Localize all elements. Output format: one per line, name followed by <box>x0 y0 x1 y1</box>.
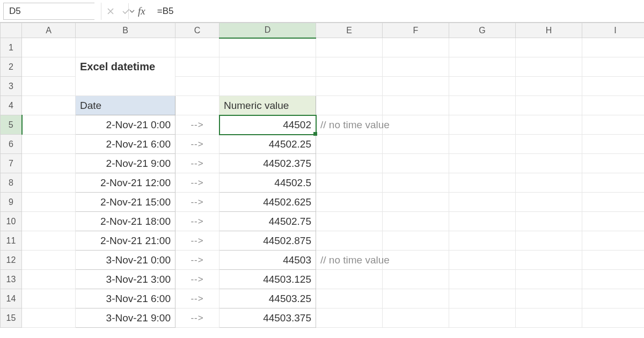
cell-A5[interactable] <box>22 115 76 135</box>
cell-I13[interactable] <box>582 270 645 289</box>
cell-C4[interactable] <box>175 96 219 115</box>
cell-I1[interactable] <box>582 38 645 57</box>
cell-H11[interactable] <box>516 231 582 251</box>
cell-H7[interactable] <box>516 154 582 173</box>
cell-G8[interactable] <box>449 173 516 193</box>
cell-D7[interactable]: 44502.375 <box>219 154 316 173</box>
cell-A13[interactable] <box>22 270 76 289</box>
cell-H2[interactable] <box>516 57 582 77</box>
cell-B8[interactable]: 2-Nov-21 12:00 <box>76 173 175 193</box>
insert-function-button[interactable]: fx <box>138 5 145 17</box>
cell-A9[interactable] <box>22 193 76 212</box>
cell-C3[interactable] <box>175 77 219 96</box>
cell-B13[interactable]: 3-Nov-21 3:00 <box>76 270 175 289</box>
cell-C8[interactable]: --> <box>175 173 219 193</box>
cell-E6[interactable] <box>316 135 383 154</box>
cell-A4[interactable] <box>22 96 76 115</box>
col-header-G[interactable]: G <box>449 23 516 38</box>
cell-D11[interactable]: 44502.875 <box>219 231 316 251</box>
cell-A11[interactable] <box>22 231 76 251</box>
cell-D3[interactable] <box>219 77 316 96</box>
row-header-11[interactable]: 11 <box>1 231 22 251</box>
cell-F11[interactable] <box>383 231 449 251</box>
row-header-14[interactable]: 14 <box>1 289 22 308</box>
cell-I6[interactable] <box>582 135 645 154</box>
cell-F6[interactable] <box>383 135 449 154</box>
cell-F9[interactable] <box>383 193 449 212</box>
cell-D1[interactable] <box>219 38 316 57</box>
row-header-9[interactable]: 9 <box>1 193 22 212</box>
cell-B1[interactable] <box>76 38 175 57</box>
col-header-F[interactable]: F <box>383 23 449 38</box>
cell-E2[interactable] <box>316 57 383 77</box>
cell-H6[interactable] <box>516 135 582 154</box>
cell-B11[interactable]: 2-Nov-21 21:00 <box>76 231 175 251</box>
cell-B3[interactable] <box>76 77 175 96</box>
cell-C9[interactable]: --> <box>175 193 219 212</box>
cell-B12[interactable]: 3-Nov-21 0:00 <box>76 251 175 270</box>
col-header-I[interactable]: I <box>582 23 645 38</box>
cell-B7[interactable]: 2-Nov-21 9:00 <box>76 154 175 173</box>
cell-I14[interactable] <box>582 289 645 308</box>
cell-I2[interactable] <box>582 57 645 77</box>
cell-I8[interactable] <box>582 173 645 193</box>
row-header-4[interactable]: 4 <box>1 96 22 115</box>
cell-F15[interactable] <box>383 308 449 328</box>
cell-H10[interactable] <box>516 212 582 231</box>
cell-A3[interactable] <box>22 77 76 96</box>
cell-C7[interactable]: --> <box>175 154 219 173</box>
row-header-7[interactable]: 7 <box>1 154 22 173</box>
cell-F13[interactable] <box>383 270 449 289</box>
cell-E11[interactable] <box>316 231 383 251</box>
cell-C11[interactable]: --> <box>175 231 219 251</box>
cell-D2[interactable] <box>219 57 316 77</box>
cell-I10[interactable] <box>582 212 645 231</box>
cell-G7[interactable] <box>449 154 516 173</box>
cell-F3[interactable] <box>383 77 449 96</box>
cell-E15[interactable] <box>316 308 383 328</box>
cell-I3[interactable] <box>582 77 645 96</box>
cell-E7[interactable] <box>316 154 383 173</box>
cell-A8[interactable] <box>22 173 76 193</box>
cell-A12[interactable] <box>22 251 76 270</box>
cell-F10[interactable] <box>383 212 449 231</box>
cell-B6[interactable]: 2-Nov-21 6:00 <box>76 135 175 154</box>
cell-D10[interactable]: 44502.75 <box>219 212 316 231</box>
cell-G4[interactable] <box>449 96 516 115</box>
cell-H4[interactable] <box>516 96 582 115</box>
cell-D12[interactable]: 44503 <box>219 251 316 270</box>
cell-D13[interactable]: 44503.125 <box>219 270 316 289</box>
cell-B10[interactable]: 2-Nov-21 18:00 <box>76 212 175 231</box>
cell-F14[interactable] <box>383 289 449 308</box>
cell-C6[interactable]: --> <box>175 135 219 154</box>
sheet-title[interactable]: Excel datetime <box>76 57 175 77</box>
cell-C12[interactable]: --> <box>175 251 219 270</box>
row-header-13[interactable]: 13 <box>1 270 22 289</box>
col-header-A[interactable]: A <box>22 23 76 38</box>
cell-G9[interactable] <box>449 193 516 212</box>
cell-D15[interactable]: 44503.375 <box>219 308 316 328</box>
cancel-formula-button[interactable] <box>107 8 114 15</box>
cell-H14[interactable] <box>516 289 582 308</box>
col-header-C[interactable]: C <box>175 23 219 38</box>
cell-H1[interactable] <box>516 38 582 57</box>
cell-D5[interactable]: 44502 <box>219 115 316 135</box>
cell-C13[interactable]: --> <box>175 270 219 289</box>
cell-H3[interactable] <box>516 77 582 96</box>
cell-B5[interactable]: 2-Nov-21 0:00 <box>76 115 175 135</box>
spreadsheet-grid[interactable]: A B C D E F G H I J 12Excel datetime34Da… <box>0 23 644 328</box>
cell-G15[interactable] <box>449 308 516 328</box>
row-header-2[interactable]: 2 <box>1 57 22 77</box>
col-header-H[interactable]: H <box>516 23 582 38</box>
row-header-6[interactable]: 6 <box>1 135 22 154</box>
cell-C10[interactable]: --> <box>175 212 219 231</box>
cell-I9[interactable] <box>582 193 645 212</box>
cell-I7[interactable] <box>582 154 645 173</box>
cell-I11[interactable] <box>582 231 645 251</box>
cell-G13[interactable] <box>449 270 516 289</box>
cell-D9[interactable]: 44502.625 <box>219 193 316 212</box>
row-header-5[interactable]: 5 <box>1 115 22 135</box>
cell-B14[interactable]: 3-Nov-21 6:00 <box>76 289 175 308</box>
col-header-E[interactable]: E <box>316 23 383 38</box>
cell-E4[interactable] <box>316 96 383 115</box>
